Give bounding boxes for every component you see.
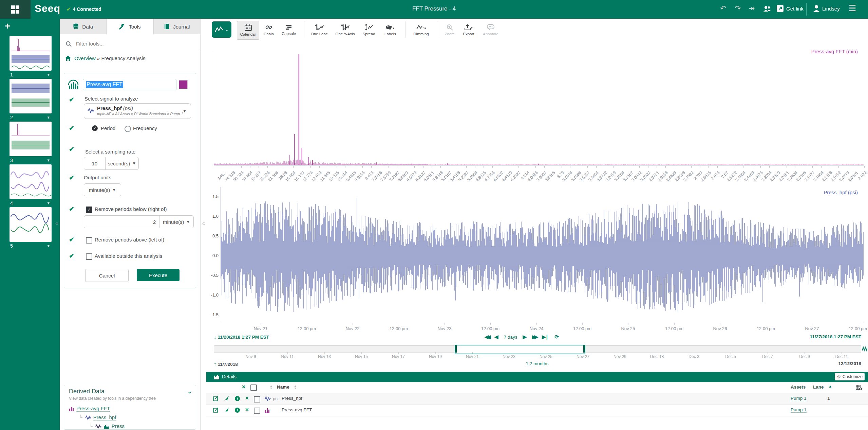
- column-assets[interactable]: Assets: [791, 384, 806, 390]
- press-chart[interactable]: [221, 187, 864, 323]
- remove-all-icon[interactable]: ✕: [242, 384, 246, 390]
- worksheet-item-4[interactable]: 4▾: [10, 200, 52, 208]
- toolbar-one-y-axis-button[interactable]: One Y-Axis: [333, 21, 358, 39]
- remove-icon[interactable]: ✕: [245, 395, 249, 401]
- step-to-end-button[interactable]: ▶❘: [542, 334, 549, 340]
- sort-icon[interactable]: ▲▼: [294, 385, 297, 390]
- worksheet-thumbnail-2[interactable]: [10, 79, 52, 113]
- chevron-down-icon[interactable]: ▾: [47, 72, 50, 77]
- add-column-icon[interactable]: [856, 384, 862, 391]
- select-all-checkbox[interactable]: [250, 384, 257, 391]
- available-outside-checkbox[interactable]: [86, 253, 92, 260]
- toolbar-labels-button[interactable]: ▾ Labels: [380, 21, 400, 39]
- worksheet-item-2[interactable]: 2▾: [10, 115, 52, 122]
- available-outside-label[interactable]: Available outside this analysis: [95, 253, 162, 259]
- toolbar-one-lane-button[interactable]: One Lane: [308, 21, 331, 39]
- chevron-down-icon[interactable]: ▾: [47, 158, 50, 163]
- step-back-much-button[interactable]: ◀◀: [485, 334, 489, 340]
- column-lane[interactable]: Lane: [813, 384, 824, 390]
- tab-data[interactable]: Data: [60, 19, 107, 34]
- remove-below-checkbox[interactable]: ✓: [86, 207, 92, 213]
- worksheet-item-1[interactable]: 1▾: [10, 72, 52, 79]
- info-icon[interactable]: i: [235, 408, 240, 413]
- remove-above-checkbox[interactable]: [86, 237, 92, 244]
- compress-time-icon[interactable]: [862, 345, 867, 352]
- row-name[interactable]: Press-avg FFT: [282, 407, 312, 412]
- remove-below-value-input[interactable]: 2: [84, 216, 159, 228]
- redo-button[interactable]: ↷: [735, 4, 741, 13]
- hamburger-menu[interactable]: ☰: [848, 3, 856, 14]
- users-button[interactable]: [763, 5, 771, 14]
- frequency-radio[interactable]: [125, 126, 131, 132]
- column-name[interactable]: Name: [277, 384, 289, 390]
- row-checkbox[interactable]: [254, 396, 260, 402]
- worksheet-thumbnail-1[interactable]: [10, 36, 52, 71]
- send-icon[interactable]: [224, 407, 229, 413]
- row-name[interactable]: Press_hpf: [282, 396, 302, 401]
- collapse-worksheet-panel-handle[interactable]: «: [55, 220, 58, 226]
- fft-chart[interactable]: [214, 44, 864, 165]
- execute-button[interactable]: Execute: [137, 269, 180, 281]
- timeline-duration[interactable]: 1.2 months: [503, 361, 571, 366]
- customize-button[interactable]: ⚙Customize: [835, 373, 865, 380]
- filter-tools-input[interactable]: [75, 40, 189, 47]
- user-menu[interactable]: Lindsey: [813, 5, 840, 12]
- info-icon[interactable]: i: [235, 396, 240, 401]
- result-name-input[interactable]: Press-avg FFT: [83, 79, 176, 90]
- range-duration[interactable]: 7 days: [504, 335, 517, 340]
- table-row[interactable]: i ✕ Press-avg FFT Pump 1: [206, 405, 868, 416]
- remove-above-label[interactable]: Remove periods above (left of): [95, 237, 164, 243]
- remove-icon[interactable]: ✕: [245, 407, 249, 412]
- get-link-button[interactable]: Get link: [776, 5, 804, 12]
- toolbar-chain-button[interactable]: Chain: [261, 21, 277, 39]
- add-worksheet-button[interactable]: +: [5, 21, 10, 32]
- row-asset-link[interactable]: Pump 1: [791, 396, 807, 401]
- timeline-end[interactable]: 12/12/2018: [793, 361, 861, 366]
- worksheet-thumbnail-4[interactable]: [10, 164, 52, 199]
- toolbar-calendar-button[interactable]: Calendar: [237, 21, 259, 40]
- timeline-left-handle[interactable]: [455, 345, 457, 353]
- output-units-select[interactable]: minute(s)▼: [84, 184, 121, 196]
- range-end[interactable]: 11/27/2018 1:27 PM EST: [725, 334, 861, 339]
- worksheet-item-5[interactable]: 5▾: [10, 243, 52, 251]
- table-row[interactable]: i ✕ psi Press_hpf Pump 1 1: [206, 393, 868, 405]
- sort-asc-icon[interactable]: ▲: [828, 384, 832, 388]
- sampling-rate-value-input[interactable]: 10: [84, 157, 105, 169]
- chevron-down-icon[interactable]: ▾: [47, 243, 50, 248]
- worksheet-item-3[interactable]: 3▾: [10, 158, 52, 165]
- derived-tree-item-fft[interactable]: Press-avg FFT: [69, 406, 110, 411]
- timeline-selection[interactable]: [455, 345, 585, 354]
- period-radio-label[interactable]: Period: [101, 125, 115, 131]
- timeline-right-handle[interactable]: [583, 345, 585, 353]
- remove-below-unit-select[interactable]: minute(s)▼: [159, 216, 193, 228]
- refresh-icon[interactable]: ⟳: [554, 334, 559, 340]
- step-forward-button[interactable]: ▶: [523, 334, 527, 340]
- toolbar-spread-button[interactable]: Spread: [360, 21, 378, 39]
- timeline-track[interactable]: [214, 345, 861, 353]
- step-back-button[interactable]: ◀: [494, 334, 498, 340]
- edit-icon[interactable]: [213, 396, 219, 401]
- chevron-down-icon[interactable]: ▾: [47, 200, 50, 205]
- timeline-start[interactable]: ↑ 11/7/2018: [214, 361, 238, 367]
- frequency-radio-label[interactable]: Frequency: [133, 125, 157, 131]
- toolbar-dimming-button[interactable]: ▾ Dimming: [409, 21, 433, 39]
- derived-tree-item-hpf[interactable]: └ Press_hpf: [79, 414, 116, 420]
- send-icon[interactable]: [224, 396, 229, 401]
- chevron-down-icon[interactable]: ⌄: [187, 389, 192, 395]
- toolbar-capsule-button[interactable]: Capsule: [279, 21, 299, 39]
- range-start[interactable]: ↓ 11/20/2018 1:27 PM EST: [214, 334, 269, 340]
- remove-below-label[interactable]: Remove periods below (right of): [95, 206, 167, 212]
- worksheet-thumbnail-5[interactable]: [10, 207, 52, 242]
- breadcrumb-overview-link[interactable]: Overview: [74, 55, 96, 61]
- period-radio[interactable]: ✓: [92, 125, 98, 131]
- step-forward-much-button[interactable]: ▶▶: [532, 334, 536, 340]
- collapse-tools-panel-handle[interactable]: «: [202, 220, 205, 226]
- derived-tree-item-press[interactable]: └ Press: [89, 423, 125, 429]
- cancel-button[interactable]: Cancel: [85, 269, 129, 282]
- undo-button[interactable]: ↶: [720, 4, 726, 13]
- toolbar-export-button[interactable]: ▾ Export: [459, 21, 478, 39]
- worksheet-thumbnail-3[interactable]: [10, 122, 52, 156]
- home-icon[interactable]: [65, 56, 71, 61]
- edit-icon[interactable]: [213, 407, 219, 413]
- signal-select-dropdown[interactable]: Press_hpf (psi) mple-AF » All Areas » Pi…: [84, 103, 191, 119]
